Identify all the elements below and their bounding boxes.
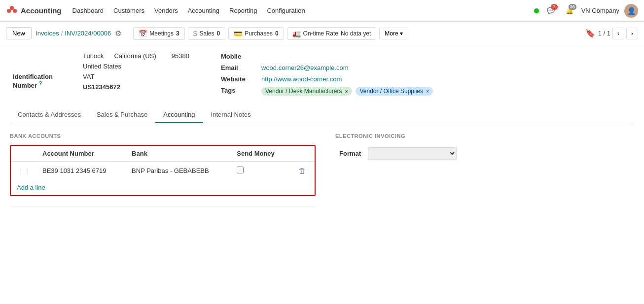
- svg-point-2: [10, 6, 14, 10]
- address-state: California (US): [112, 51, 168, 61]
- website-value: http://www.wood-corner.com: [258, 74, 633, 84]
- id-number-label: Identification Number ?: [11, 72, 80, 92]
- nav-vendors[interactable]: Vendors: [149, 0, 183, 22]
- tag-label: Vendor / Desk Manufacturers: [265, 88, 342, 95]
- dollar-icon: $: [193, 30, 197, 37]
- more-button[interactable]: More ▾: [379, 28, 408, 39]
- tab-accounting[interactable]: Accounting: [155, 107, 203, 123]
- calendar-icon: 📅: [139, 30, 147, 37]
- address-section: Turlock California (US) 95380 United Sta…: [10, 45, 634, 103]
- delete-cell: 🗑: [289, 162, 315, 180]
- meetings-button[interactable]: 📅 Meetings 3: [133, 27, 184, 40]
- svg-point-0: [7, 9, 11, 13]
- address-city: Turlock: [81, 51, 111, 61]
- breadcrumb-separator: /: [61, 30, 63, 37]
- tag-label: Vendor / Office Supplies: [359, 88, 423, 95]
- bank-account-row: ⋮⋮ BE39 1031 2345 6719 BNP Paribas - GEB…: [11, 162, 315, 180]
- delete-row-button[interactable]: 🗑: [295, 166, 309, 176]
- nav-configuration[interactable]: Configuration: [262, 0, 310, 22]
- alerts-button[interactable]: 🔔 36: [563, 4, 576, 18]
- app-name: Accounting: [21, 6, 62, 15]
- breadcrumb-id[interactable]: INV/2024/00006: [65, 30, 111, 37]
- drag-handle-icon[interactable]: ⋮⋮: [17, 167, 31, 175]
- bookmark-icon[interactable]: 🔖: [585, 29, 595, 38]
- sales-button[interactable]: $ Sales 0: [188, 27, 226, 40]
- electronic-invoicing-section: ELECTRONIC INVOICING Format: [335, 133, 634, 216]
- address-right: Mobile Email wood.corner26@example.com W…: [217, 50, 634, 98]
- app-logo[interactable]: Accounting: [6, 5, 62, 17]
- account-number-cell[interactable]: BE39 1031 2345 6719: [36, 162, 126, 180]
- tag-remove-office[interactable]: ×: [426, 88, 429, 94]
- more-label: More: [385, 30, 398, 37]
- nav-customers[interactable]: Customers: [108, 0, 149, 22]
- online-status-dot: [534, 8, 539, 13]
- format-select[interactable]: [368, 147, 457, 160]
- address-country-label: [11, 62, 80, 71]
- send-money-checkbox[interactable]: [237, 167, 244, 173]
- user-avatar[interactable]: 👤: [624, 4, 638, 18]
- messages-badge: 7: [551, 4, 558, 10]
- tags-label: Tags: [218, 85, 257, 97]
- mobile-label: Mobile: [218, 51, 257, 62]
- action-buttons: 📅 Meetings 3 $ Sales 0 💳 Purchases 0 🚛 O…: [133, 27, 408, 40]
- send-money-cell: [231, 162, 289, 180]
- bank-accounts-title: BANK ACCOUNTS: [10, 133, 316, 139]
- meetings-count: 3: [176, 30, 179, 37]
- nav-dashboard[interactable]: Dashboard: [68, 0, 109, 22]
- odoo-logo-icon: [6, 5, 18, 17]
- email-value: wood.corner26@example.com: [258, 63, 633, 73]
- svg-point-1: [13, 9, 17, 13]
- nav-reporting[interactable]: Reporting: [224, 0, 262, 22]
- card-icon: 💳: [234, 30, 242, 37]
- bank-accounts-section: BANK ACCOUNTS Account Number Bank Send M…: [10, 133, 316, 216]
- drag-handle-cell: ⋮⋮: [11, 162, 36, 180]
- on-time-rate-button[interactable]: 🚛 On-time Rate No data yet: [287, 27, 377, 40]
- bank-accounts-table-container: Account Number Bank Send Money ⋮⋮ BE39 1…: [10, 145, 316, 196]
- address-zip: 95380: [170, 51, 196, 61]
- tab-contacts[interactable]: Contacts & Addresses: [10, 107, 89, 123]
- bank-name-cell[interactable]: BNP Paribas - GEBABEBB: [126, 162, 231, 180]
- id-type: VAT: [81, 72, 196, 81]
- record-toolbar: New Invoices / INV/2024/00006 ⚙ 📅 Meetin…: [0, 22, 644, 45]
- messages-button[interactable]: 💬 7: [544, 4, 558, 18]
- purchases-count: 0: [275, 30, 279, 37]
- sales-count: 0: [217, 30, 220, 37]
- nav-menu: Dashboard Customers Vendors Accounting R…: [68, 0, 310, 22]
- nav-accounting[interactable]: Accounting: [183, 0, 224, 22]
- format-label: Format: [336, 146, 364, 161]
- tag-remove-desk[interactable]: ×: [345, 88, 348, 94]
- send-money-header: Send Money: [231, 146, 289, 162]
- add-line-button[interactable]: Add a line: [11, 180, 315, 195]
- breadcrumb: Invoices / INV/2024/00006: [36, 30, 111, 37]
- pagination: 1 / 1 ‹ ›: [598, 28, 638, 39]
- toolbar-right: 🔖 1 / 1 ‹ ›: [585, 28, 638, 39]
- mobile-value: [258, 51, 633, 62]
- bank-accounts-table: Account Number Bank Send Money ⋮⋮ BE39 1…: [11, 146, 315, 180]
- accounting-tab-content: BANK ACCOUNTS Account Number Bank Send M…: [10, 123, 634, 226]
- format-value[interactable]: [365, 146, 464, 161]
- table-header-row: Account Number Bank Send Money: [11, 146, 315, 162]
- purchases-button[interactable]: 💳 Purchases 0: [228, 27, 284, 40]
- tag-office-supplies: Vendor / Office Supplies ×: [356, 87, 433, 96]
- pagination-text: 1 / 1: [598, 30, 610, 37]
- tab-internal-notes[interactable]: Internal Notes: [203, 107, 259, 123]
- settings-icon[interactable]: ⚙: [115, 29, 121, 38]
- prev-page-button[interactable]: ‹: [612, 28, 624, 39]
- topnav-right: 💬 7 🔔 36 VN Company 👤: [534, 4, 638, 18]
- sales-label: Sales: [200, 30, 215, 37]
- section-divider: [10, 206, 316, 206]
- email-label: Email: [218, 63, 257, 73]
- chevron-down-icon: ▾: [400, 30, 403, 37]
- drag-col-header: [11, 146, 36, 162]
- main-content: Turlock California (US) 95380 United Sta…: [0, 45, 644, 304]
- breadcrumb-parent[interactable]: Invoices: [36, 30, 59, 37]
- bank-header: Bank: [126, 146, 231, 162]
- tab-sales-purchase[interactable]: Sales & Purchase: [89, 107, 155, 123]
- alerts-badge: 36: [569, 4, 576, 10]
- on-time-value: No data yet: [341, 30, 371, 37]
- address-left: Turlock California (US) 95380 United Sta…: [10, 50, 197, 98]
- tag-desk-manufacturers: Vendor / Desk Manufacturers ×: [261, 87, 352, 96]
- next-page-button[interactable]: ›: [626, 28, 638, 39]
- purchases-label: Purchases: [245, 30, 273, 37]
- new-button[interactable]: New: [6, 27, 32, 39]
